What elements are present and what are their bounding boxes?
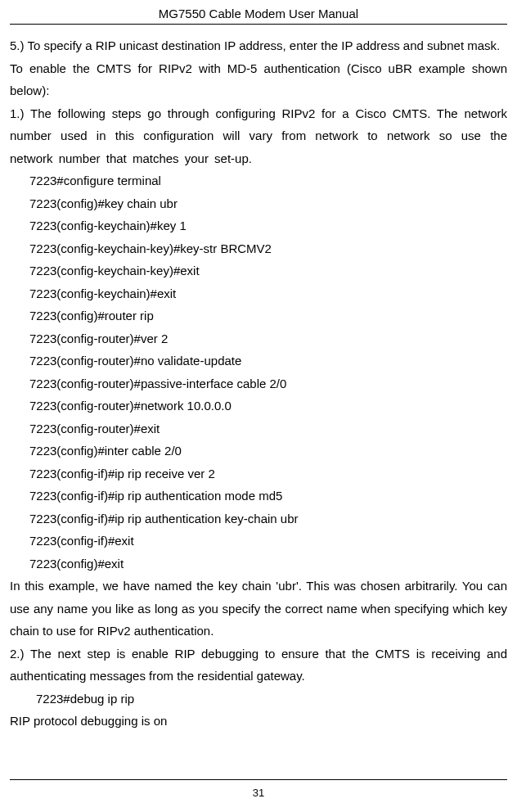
paragraph-step2: 2.) The next step is enable RIP debuggin… (10, 643, 507, 688)
config-line: 7223(config)#inter cable 2/0 (10, 440, 507, 462)
config-line: 7223(config-if)#ip rip receive ver 2 (10, 462, 507, 485)
config-line: 7223(config-keychain)#exit (10, 282, 507, 305)
paragraph-rip-debug: RIP protocol debugging is on (10, 710, 507, 733)
page-header: MG7550 Cable Modem User Manual (10, 7, 507, 25)
paragraph-enable-cmts: To enable the CMTS for RIPv2 with MD-5 a… (10, 57, 507, 102)
config-line: 7223#configure terminal (10, 169, 507, 192)
config-line: 7223(config)#router rip (10, 304, 507, 327)
config-line: 7223(config-if)#exit (10, 530, 507, 553)
config-line: 7223#debug ip rip (10, 688, 507, 710)
config-line: 7223(config-router)#exit (10, 417, 507, 440)
config-line: 7223(config-router)#no validate-update (10, 350, 507, 372)
config-line: 7223(config-if)#ip rip authentication mo… (10, 485, 507, 508)
config-block-1: 7223#configure terminal 7223(config)#key… (10, 169, 507, 575)
config-line: 7223(config-router)#network 10.0.0.0 (10, 395, 507, 417)
paragraph-step1: 1.) The following steps go through confi… (10, 102, 507, 170)
config-line: 7223(config-keychain-key)#key-str BRCMV2 (10, 237, 507, 260)
document-title: MG7550 Cable Modem User Manual (159, 7, 358, 20)
paragraph-keychain-note: In this example, we have named the key c… (10, 575, 507, 643)
document-page: MG7550 Cable Modem User Manual 5.) To sp… (0, 0, 517, 812)
config-line: 7223(config-keychain-key)#exit (10, 259, 507, 282)
page-footer: 31 (10, 779, 507, 812)
config-line: 7223(config)#exit (10, 553, 507, 575)
paragraph-step5: 5.) To specify a RIP unicast destination… (10, 34, 507, 57)
config-line: 7223(config-router)#passive-interface ca… (10, 372, 507, 395)
config-line: 7223(config)#key chain ubr (10, 192, 507, 215)
page-number: 31 (253, 787, 264, 799)
config-line: 7223(config-router)#ver 2 (10, 327, 507, 350)
config-line: 7223(config-keychain)#key 1 (10, 214, 507, 237)
config-line: 7223(config-if)#ip rip authentication ke… (10, 508, 507, 530)
config-block-2: 7223#debug ip rip (10, 688, 507, 710)
page-content: 5.) To specify a RIP unicast destination… (10, 34, 507, 779)
